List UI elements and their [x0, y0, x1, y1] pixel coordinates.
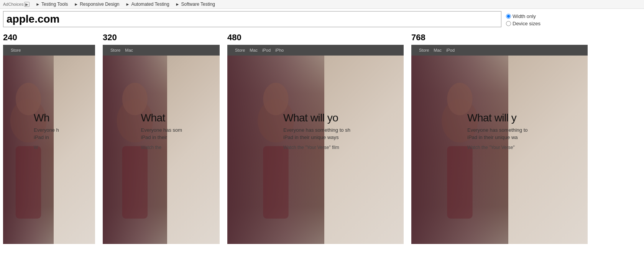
ad-choices-icon: ▶ [24, 2, 30, 7]
apple-nav-item-1: Mac [125, 48, 133, 52]
hero-text-block: WhEveryone hiPad inW [31, 112, 95, 150]
apple-nav-item-0: Store [419, 48, 429, 52]
apple-nav-item-0: Store [11, 48, 21, 52]
preview-col-240: 240Store WhEveryone hiPad inW [3, 33, 95, 244]
hero-subtitle: Everyone has something to shiPad in thei… [283, 127, 401, 141]
device-sizes-option[interactable]: Device sizes [506, 21, 540, 26]
hero-link: Watch the "Your Verse" [467, 145, 585, 150]
apple-hero: What will yoEveryone has something to sh… [227, 56, 404, 244]
hero-text-block: What will yEveryone has something toiPad… [464, 112, 588, 150]
nav-responsive-design[interactable]: ► Responsive Design [74, 2, 119, 7]
apple-nav-bar: Store [3, 45, 95, 56]
preview-col-768: 768StoreMaciPod What will yEveryone has … [411, 33, 588, 244]
svg-rect-5 [122, 146, 148, 219]
width-only-label: Width only [513, 13, 536, 19]
preview-label-320: 320 [103, 33, 220, 43]
preview-label-480: 480 [227, 33, 404, 43]
options-panel: Width only Device sizes [506, 11, 540, 26]
top-navigation: AdChoices ▶ ► Testing Tools ► Responsive… [0, 0, 644, 9]
device-sizes-label: Device sizes [513, 21, 540, 26]
apple-nav-item-0: Store [110, 48, 120, 52]
hero-title: What will yo [283, 112, 401, 124]
hero-title: What [141, 112, 217, 124]
svg-point-10 [447, 83, 472, 115]
ad-choices-label: AdChoices [3, 2, 23, 7]
hero-link: Watch the "Your Verse" film [283, 145, 401, 150]
preview-frame-480: StoreMaciPodiPho What will yoEveryone ha… [227, 45, 404, 244]
apple-nav-bar: StoreMac [103, 45, 220, 56]
hero-text-block: What will yoEveryone has something to sh… [280, 112, 404, 150]
svg-point-1 [16, 83, 41, 115]
nav-automated-testing-label: Automated Testing [131, 2, 169, 7]
preview-label-240: 240 [3, 33, 95, 43]
hero-subtitle: Everyone hiPad in [34, 127, 92, 141]
apple-nav-bar: StoreMaciPod [411, 45, 588, 56]
hero-link: W [34, 145, 92, 150]
apple-nav-item-0: Store [235, 48, 245, 52]
arrow-icon-1: ► [36, 2, 40, 7]
preview-col-480: 480StoreMaciPodiPho What will yoEveryone… [227, 33, 404, 244]
arrow-icon-2: ► [74, 2, 78, 7]
svg-point-7 [263, 83, 288, 115]
preview-frame-320: StoreMac WhatEveryone has somiPad in the… [103, 45, 220, 244]
svg-rect-2 [16, 146, 41, 219]
apple-nav-item-1: Mac [250, 48, 258, 52]
device-sizes-radio[interactable] [506, 21, 511, 26]
preview-area: 240Store WhEveryone hiPad inW320StoreMac… [0, 29, 644, 244]
arrow-icon-4: ► [176, 2, 180, 7]
url-row: Width only Device sizes [0, 9, 644, 29]
apple-hero: What will yEveryone has something toiPad… [411, 56, 588, 244]
nav-responsive-design-label: Responsive Design [80, 2, 119, 7]
ad-choices[interactable]: AdChoices ▶ [3, 2, 30, 7]
apple-nav-item-3: iPho [275, 48, 284, 52]
nav-testing-tools[interactable]: ► Testing Tools [36, 2, 68, 7]
apple-nav-item-2: iPod [446, 48, 455, 52]
hero-title: What will y [467, 112, 585, 124]
svg-rect-11 [447, 146, 472, 219]
svg-point-4 [122, 83, 148, 115]
width-only-radio[interactable] [506, 14, 511, 19]
preview-frame-768: StoreMaciPod What will yEveryone has som… [411, 45, 588, 244]
arrow-icon-3: ► [126, 2, 130, 7]
hero-text-block: WhatEveryone has somiPad in theirWatch t… [138, 112, 220, 150]
nav-automated-testing[interactable]: ► Automated Testing [126, 2, 169, 7]
hero-subtitle: Everyone has something toiPad in their u… [467, 127, 585, 141]
nav-testing-tools-label: Testing Tools [41, 2, 68, 7]
preview-col-320: 320StoreMac WhatEveryone has somiPad in … [103, 33, 220, 244]
width-only-option[interactable]: Width only [506, 13, 540, 19]
apple-nav-item-2: iPod [262, 48, 271, 52]
apple-hero: WhatEveryone has somiPad in theirWatch t… [103, 56, 220, 244]
url-input[interactable] [3, 11, 501, 27]
apple-hero: WhEveryone hiPad inW [3, 56, 95, 244]
hero-link: Watch the [141, 145, 217, 150]
svg-rect-8 [263, 146, 288, 219]
preview-frame-240: Store WhEveryone hiPad inW [3, 45, 95, 244]
preview-label-768: 768 [411, 33, 588, 43]
apple-nav-bar: StoreMaciPodiPho [227, 45, 404, 56]
nav-software-testing[interactable]: ► Software Testing [176, 2, 215, 7]
hero-subtitle: Everyone has somiPad in their [141, 127, 217, 141]
nav-software-testing-label: Software Testing [181, 2, 215, 7]
hero-title: Wh [34, 112, 92, 124]
apple-nav-item-1: Mac [434, 48, 442, 52]
